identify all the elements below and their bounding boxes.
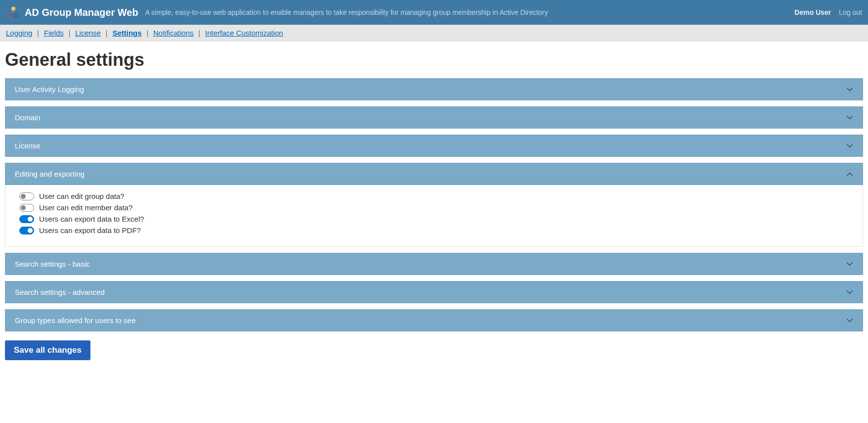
option-export-excel: Users can export data to Excel? [19, 215, 853, 223]
chevron-down-icon [846, 86, 853, 93]
app-logo-icon [6, 5, 21, 20]
panel-user-activity-logging: User Activity Logging [5, 78, 863, 100]
option-edit-group-data: User can edit group data? [19, 192, 853, 200]
nav-separator: | [106, 29, 108, 37]
nav-fields[interactable]: Fields [44, 29, 64, 37]
nav-separator: | [146, 29, 148, 37]
panel-body-editing-exporting: User can edit group data? User can edit … [5, 185, 863, 247]
panel-editing-exporting: Editing and exporting User can edit grou… [5, 163, 863, 247]
chevron-down-icon [846, 317, 853, 324]
toggle-export-excel[interactable] [19, 215, 34, 223]
content-area: General settings User Activity Logging D… [0, 42, 868, 368]
panel-title: Editing and exporting [15, 170, 85, 178]
svg-point-2 [14, 13, 18, 17]
chevron-down-icon [846, 142, 853, 149]
top-header: AD Group Manager Web A simple, easy-to-u… [0, 0, 868, 25]
nav-separator: | [199, 29, 201, 37]
panel-header-search-advanced[interactable]: Search settings - advanced [5, 281, 863, 303]
chevron-up-icon [846, 171, 853, 178]
panel-title: User Activity Logging [15, 85, 84, 94]
app-tagline: A simple, easy-to-use web application to… [145, 8, 795, 16]
panel-title: Group types allowed for users to see [15, 316, 135, 325]
toggle-edit-group-data[interactable] [19, 192, 34, 200]
save-all-changes-button[interactable]: Save all changes [5, 340, 90, 360]
option-label: Users can export data to Excel? [39, 215, 144, 223]
current-user: Demo User [794, 8, 831, 16]
panel-header-search-basic[interactable]: Search settings - basic [5, 253, 863, 275]
app-title: AD Group Manager Web [25, 7, 138, 18]
panel-header-user-activity-logging[interactable]: User Activity Logging [5, 78, 863, 100]
nav-interface-customization[interactable]: Interface Customization [205, 29, 283, 37]
nav-logging[interactable]: Logging [6, 29, 32, 37]
panel-domain: Domain [5, 106, 863, 129]
option-export-pdf: Users can export data to PDF? [19, 226, 853, 235]
panel-title: Search settings - basic [15, 260, 90, 268]
panel-title: Search settings - advanced [15, 288, 105, 296]
nav-separator: | [69, 29, 71, 37]
option-edit-member-data: User can edit member data? [19, 203, 853, 212]
svg-point-1 [8, 13, 12, 17]
svg-point-0 [11, 6, 15, 10]
nav-license[interactable]: License [75, 29, 101, 37]
panel-header-license[interactable]: License [5, 135, 863, 157]
option-label: Users can export data to PDF? [39, 226, 141, 235]
toggle-edit-member-data[interactable] [19, 204, 34, 212]
panel-header-group-types[interactable]: Group types allowed for users to see [5, 309, 863, 331]
logout-link[interactable]: Log out [839, 8, 862, 16]
panel-search-advanced: Search settings - advanced [5, 281, 863, 303]
panel-header-domain[interactable]: Domain [5, 106, 863, 129]
page-title: General settings [5, 49, 863, 70]
option-label: User can edit member data? [39, 203, 132, 212]
nav-separator: | [37, 29, 39, 37]
chevron-down-icon [846, 261, 853, 268]
panel-group-types: Group types allowed for users to see [5, 309, 863, 331]
panel-header-editing-exporting[interactable]: Editing and exporting [5, 163, 863, 185]
nav-settings[interactable]: Settings [112, 29, 141, 37]
sub-nav: Logging | Fields | License | Settings | … [0, 25, 868, 42]
chevron-down-icon [846, 289, 853, 296]
option-label: User can edit group data? [39, 192, 125, 200]
chevron-down-icon [846, 114, 853, 121]
panel-search-basic: Search settings - basic [5, 253, 863, 275]
nav-notifications[interactable]: Notifications [153, 29, 194, 37]
panel-title: License [15, 141, 41, 150]
toggle-export-pdf[interactable] [19, 227, 34, 235]
panel-license: License [5, 135, 863, 157]
panel-title: Domain [15, 113, 41, 122]
